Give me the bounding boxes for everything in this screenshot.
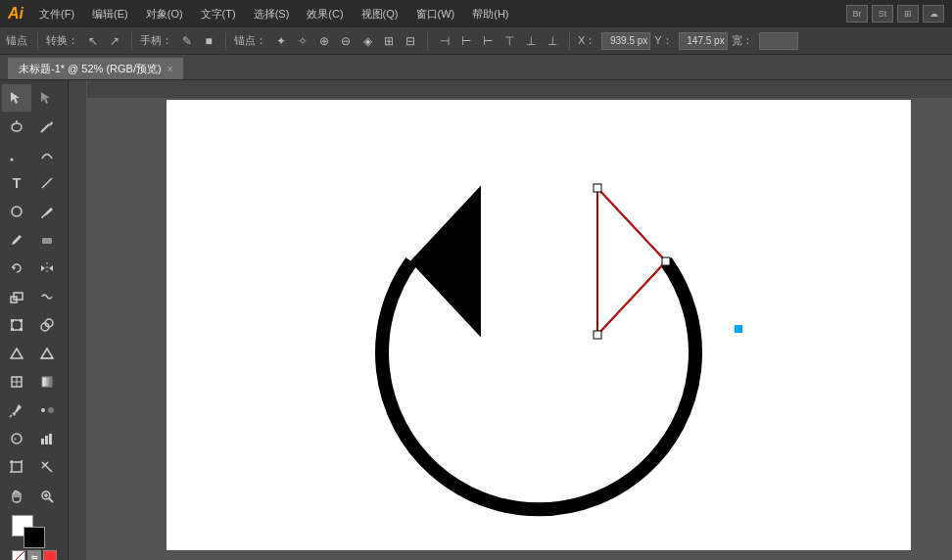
x-field[interactable] [601,32,650,50]
width-field[interactable] [759,32,798,50]
handle-icon-2[interactable]: ■ [200,32,217,50]
menu-view[interactable]: 视图(Q) [356,5,405,23]
none-color[interactable] [12,550,25,560]
tab-close-btn[interactable]: × [167,64,173,74]
curvature-tool-btn[interactable] [32,141,62,168]
tool-row-9 [2,311,66,339]
anchor-icon-2[interactable]: ✧ [294,32,311,50]
mesh-tool-btn[interactable] [2,368,31,396]
tool-row-15 [2,483,66,510]
artwork-svg [167,100,911,550]
tool-row-2 [2,113,66,140]
align-center-v-icon[interactable]: ⊥ [522,32,540,50]
align-top-icon[interactable]: ⊤ [500,32,518,50]
svg-rect-30 [41,439,44,444]
tool-row-6 [2,226,66,254]
svg-marker-3 [49,121,53,126]
svg-rect-33 [12,462,22,472]
color-swatch-area: ⇆ [6,511,62,560]
menu-help[interactable]: 帮助(H) [466,5,514,23]
tool-row-13: * [2,425,66,452]
svg-rect-15 [11,328,14,331]
svg-rect-51 [735,325,742,333]
shape-builder-tool-btn[interactable] [32,311,62,339]
text-tool-btn[interactable]: T [2,169,31,197]
anchor-icon-5[interactable]: ◈ [358,32,376,50]
scale-tool-btn[interactable] [2,283,31,310]
menu-window[interactable]: 窗口(W) [410,5,461,23]
cloud-icon[interactable]: ☁ [923,5,944,23]
main-area: T [0,80,952,560]
red-indicator[interactable] [43,550,57,560]
tool-row-14 [2,453,66,481]
reflect-tool-btn[interactable] [32,255,62,282]
rotate-tool-btn[interactable] [2,255,31,282]
bridge-icon[interactable]: Br [846,5,868,23]
color-squares[interactable] [12,515,45,548]
line-tool-btn[interactable] [32,169,62,197]
svg-rect-48 [662,257,670,265]
svg-marker-45 [411,188,480,335]
pen-tool-btn[interactable] [2,141,31,168]
gradient-tool-btn[interactable] [32,368,62,396]
svg-line-25 [10,415,12,417]
left-toolbar: T [0,80,69,560]
menu-text[interactable]: 文字(T) [195,5,242,23]
ruler-top: /* rendered via inline SVG content */ [69,80,952,98]
live-paint-tool-btn[interactable] [2,340,31,367]
align-left-icon[interactable]: ⊣ [436,32,453,50]
anchor-icon-7[interactable]: ⊟ [402,32,419,50]
align-right-icon[interactable]: ⊢ [479,32,497,50]
swap-colors[interactable]: ⇆ [27,550,41,560]
svg-rect-16 [20,328,23,331]
menu-effect[interactable]: 效果(C) [301,5,349,23]
convert-icon-2[interactable]: ↗ [106,32,123,50]
paintbrush-tool-btn[interactable] [32,198,62,225]
menu-file[interactable]: 文件(F) [33,5,80,23]
convert-icon-1[interactable]: ↖ [84,32,102,50]
align-bottom-icon[interactable]: ⊥ [544,32,561,50]
tool-row-11 [2,368,66,396]
align-center-h-icon[interactable]: ⊢ [457,32,475,50]
magic-wand-tool-btn[interactable] [32,113,62,140]
direct-select-tool-btn[interactable] [32,84,62,112]
tool-row-3 [2,141,66,168]
warp-tool-btn[interactable] [32,283,62,310]
app-logo: Ai [8,5,24,23]
x-label: X： [578,33,595,48]
slice-tool-btn[interactable] [32,453,62,481]
ellipse-tool-btn[interactable] [2,198,31,225]
svg-marker-46 [597,188,666,335]
anchor-icon-6[interactable]: ⊞ [380,32,398,50]
menu-edit[interactable]: 编辑(E) [86,5,134,23]
handle-label: 手柄： [140,33,172,48]
zoom-tool-btn[interactable] [32,483,62,510]
menu-object[interactable]: 对象(O) [140,5,189,23]
free-transform-tool-btn[interactable] [2,311,31,339]
eraser-tool-btn[interactable] [32,226,62,254]
stock-icon[interactable]: St [872,5,893,23]
grid-icon[interactable]: ⊞ [897,5,919,23]
artboard-tool-btn[interactable] [2,453,31,481]
anchor-icon-3[interactable]: ⊕ [315,32,333,50]
toolbar-sep-2 [131,32,132,50]
blend-tool-btn[interactable] [32,397,62,424]
anchor-icon-1[interactable]: ✦ [272,32,290,50]
graph-tool-btn[interactable] [32,425,62,452]
background-color[interactable] [24,527,45,548]
pencil-tool-btn[interactable] [2,226,31,254]
document-tab[interactable]: 未标题-1* @ 52% (RGB/预览) × [8,58,183,79]
handle-icon-1[interactable]: ✎ [178,32,196,50]
y-field[interactable] [679,32,728,50]
symbol-tool-btn[interactable]: * [2,425,31,452]
eyedropper-tool-btn[interactable] [2,397,31,424]
perspective-tool-btn[interactable] [32,340,62,367]
color-mini-row: ⇆ [12,550,58,560]
anchor-icon-4[interactable]: ⊖ [337,32,355,50]
menu-select[interactable]: 选择(S) [248,5,296,23]
toolbar-sep-1 [37,32,38,50]
svg-rect-50 [594,331,601,339]
select-tool-btn[interactable] [2,84,31,112]
hand-tool-btn[interactable] [2,483,31,510]
lasso-tool-btn[interactable] [2,113,31,140]
